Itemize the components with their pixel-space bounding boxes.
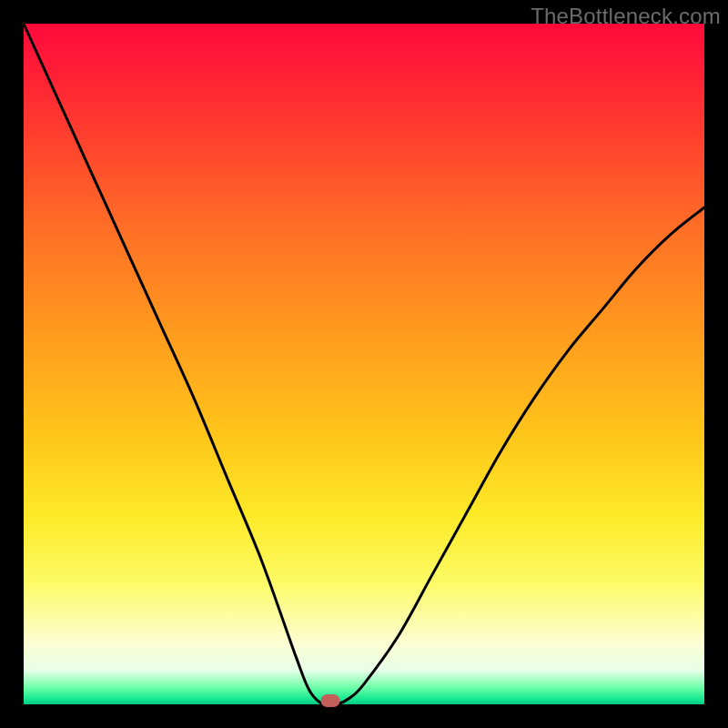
chart-frame: TheBottleneck.com	[0, 0, 728, 728]
bottleneck-curve	[24, 24, 704, 704]
optimal-marker	[320, 694, 339, 707]
plot-area	[24, 24, 704, 704]
